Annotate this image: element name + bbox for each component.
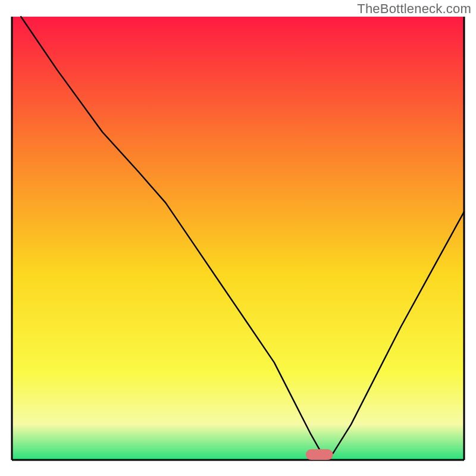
bottleneck-chart: TheBottleneck.com	[0, 0, 476, 476]
plot-background	[12, 17, 464, 460]
optimal-marker	[306, 449, 333, 460]
watermark-text: TheBottleneck.com	[357, 1, 471, 17]
plot-svg	[0, 0, 476, 476]
